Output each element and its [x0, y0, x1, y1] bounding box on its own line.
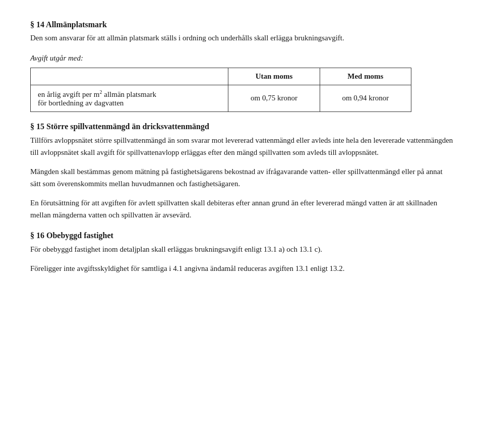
section15-block: § 15 Större spillvattenmängd än dricksva… [30, 122, 454, 221]
section16-para1: För obebyggd fastighet inom detaljplan s… [30, 243, 454, 255]
section15-heading: § 15 Större spillvattenmängd än dricksva… [30, 122, 454, 131]
section14-title: § 14 Allmänplatsmark [30, 20, 107, 29]
row-label-part2: allmän platsmark [102, 90, 156, 98]
section14-heading: § 14 Allmänplatsmark [30, 20, 454, 29]
section16-block: § 16 Obebyggd fastighet För obebyggd fas… [30, 231, 454, 274]
section16-heading: § 16 Obebyggd fastighet [30, 231, 454, 240]
section16-para2: Föreligger inte avgiftsskyldighet för sa… [30, 262, 454, 274]
section15-para2: Mängden skall bestämmas genom mätning på… [30, 165, 454, 190]
section15-para1: Tillförs avloppsnätet större spillvatten… [30, 134, 454, 158]
col-med-moms-header: Med moms [320, 68, 411, 85]
section15-para3: En förutsättning för att avgiften för av… [30, 197, 454, 221]
section14-intro: Den som ansvarar för att allmän platsmar… [30, 32, 454, 44]
row-sub-label: för bortledning av dagvatten [38, 99, 124, 107]
avgift-block: Avgift utgår med: Utan moms Med moms en … [30, 54, 454, 112]
row-label-part1: en årlig avgift per m [38, 90, 99, 98]
avgift-label: Avgift utgår med: [30, 54, 454, 63]
col-empty-header [31, 68, 228, 85]
row-label: en årlig avgift per m2 allmän platsmark … [31, 85, 228, 111]
avgift-table: Utan moms Med moms en årlig avgift per m… [30, 68, 411, 112]
table-row: en årlig avgift per m2 allmän platsmark … [31, 85, 411, 111]
row-med-moms: om 0,94 kronor [320, 85, 411, 111]
row-utan-moms: om 0,75 kronor [228, 85, 320, 111]
col-utan-moms-header: Utan moms [228, 68, 320, 85]
